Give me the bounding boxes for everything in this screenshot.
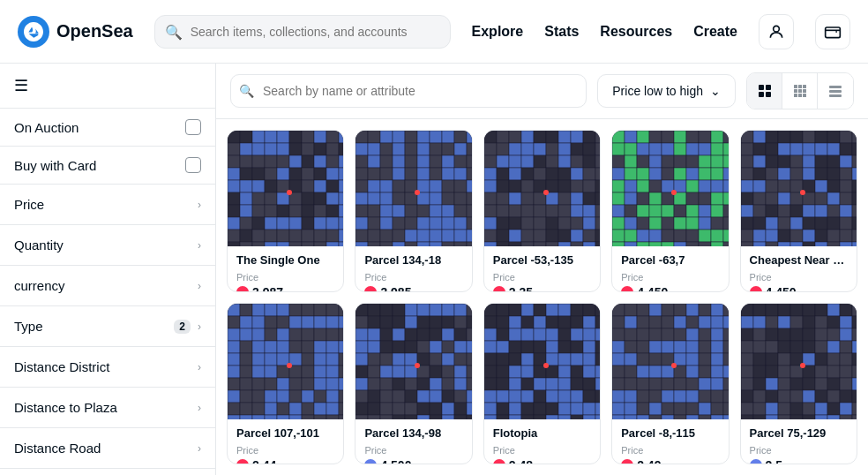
item-card[interactable]: Parcel 75,-129Price2,5 bbox=[740, 303, 857, 465]
svg-rect-828 bbox=[546, 415, 558, 419]
svg-rect-207 bbox=[430, 230, 442, 242]
view-small-grid-button[interactable] bbox=[782, 73, 818, 109]
svg-rect-887 bbox=[637, 366, 649, 378]
svg-rect-708 bbox=[442, 390, 454, 403]
svg-rect-50 bbox=[240, 168, 252, 180]
view-list-button[interactable] bbox=[818, 73, 853, 109]
price-value: 4.500 bbox=[364, 458, 462, 464]
svg-rect-931 bbox=[686, 415, 699, 419]
svg-rect-355 bbox=[612, 168, 625, 180]
svg-rect-681 bbox=[355, 366, 368, 378]
svg-rect-371 bbox=[686, 180, 699, 192]
sidebar-item-distance-plaza[interactable]: Distance to Plaza › bbox=[0, 388, 215, 428]
svg-rect-665 bbox=[405, 341, 417, 353]
navbar-search-input[interactable] bbox=[154, 15, 451, 49]
svg-rect-651 bbox=[355, 328, 368, 341]
svg-rect-172 bbox=[368, 192, 380, 205]
eth-icon bbox=[364, 459, 377, 464]
svg-rect-352 bbox=[699, 155, 711, 168]
sort-dropdown[interactable]: Price low to high ⌄ bbox=[597, 74, 736, 108]
svg-rect-723 bbox=[380, 415, 393, 419]
svg-rect-33 bbox=[277, 143, 289, 155]
sidebar-item-price[interactable]: Price › bbox=[0, 185, 215, 225]
svg-rect-678 bbox=[442, 353, 454, 366]
svg-rect-95 bbox=[302, 217, 314, 230]
navbar-links: Explore Stats Resources Create bbox=[472, 14, 850, 49]
svg-rect-402 bbox=[699, 217, 711, 230]
item-card[interactable]: Parcel 134,-98Price4.500 bbox=[355, 303, 472, 465]
svg-rect-38 bbox=[339, 143, 343, 155]
logo-link[interactable]: OpenSea bbox=[18, 16, 133, 48]
svg-rect-28 bbox=[339, 131, 343, 143]
svg-rect-563 bbox=[277, 341, 289, 353]
svg-rect-776 bbox=[521, 353, 534, 366]
svg-rect-998 bbox=[753, 378, 766, 390]
svg-rect-336 bbox=[625, 143, 637, 155]
item-card[interactable]: Parcel 134,-18Price3,985Ends in 4 days bbox=[355, 130, 472, 292]
wallet-button[interactable] bbox=[815, 14, 850, 49]
item-card[interactable]: Parcel -53,-135Price2,35Last sale: 3.195 bbox=[483, 130, 601, 292]
price-label: Price bbox=[493, 445, 591, 456]
price-value: 2,5 bbox=[750, 458, 848, 464]
nav-stats[interactable]: Stats bbox=[544, 24, 579, 40]
svg-rect-576 bbox=[314, 353, 326, 366]
svg-point-1037 bbox=[800, 363, 805, 368]
type-label: Type bbox=[14, 319, 43, 334]
sidebar-item-distance-district[interactable]: Distance District › bbox=[0, 347, 215, 388]
svg-rect-58 bbox=[339, 168, 343, 180]
svg-rect-748 bbox=[546, 316, 558, 328]
view-large-grid-button[interactable] bbox=[747, 73, 782, 109]
svg-rect-602 bbox=[265, 390, 277, 403]
svg-rect-761 bbox=[583, 328, 595, 341]
sidebar-item-on-auction[interactable]: On Auction bbox=[0, 109, 215, 147]
svg-rect-486 bbox=[852, 192, 857, 205]
sidebar-item-distance-road[interactable]: Distance Road › bbox=[0, 428, 215, 469]
svg-rect-137 bbox=[430, 143, 442, 155]
profile-button[interactable] bbox=[759, 14, 794, 49]
attribute-search-input[interactable] bbox=[230, 74, 587, 108]
svg-rect-279 bbox=[558, 192, 571, 205]
item-card[interactable]: FlotopiaPrice2,48Last sale: 6,400 bbox=[483, 303, 601, 465]
sidebar-item-size[interactable]: Size › bbox=[0, 469, 215, 475]
price-value: 4.450 bbox=[750, 285, 848, 291]
buy-with-card-checkbox[interactable] bbox=[185, 157, 201, 173]
svg-rect-892 bbox=[699, 366, 711, 378]
sidebar-item-type[interactable]: Type 2 › bbox=[0, 306, 215, 347]
filter-header[interactable]: ☰ bbox=[0, 64, 215, 109]
item-card[interactable]: Parcel 107,-101Price2,44Last sale: 2,26 bbox=[227, 303, 344, 465]
sidebar-item-currency[interactable]: currency › bbox=[0, 266, 215, 306]
sort-chevron-icon: ⌄ bbox=[710, 84, 721, 98]
item-card[interactable]: Parcel -8,-115Price2,49Last sale: 3 bbox=[611, 303, 729, 465]
svg-rect-110 bbox=[240, 242, 252, 246]
svg-rect-34 bbox=[289, 143, 302, 155]
item-card[interactable]: The Single OnePrice3,987Ends in 4 days bbox=[227, 130, 344, 292]
sidebar-item-buy-with-card[interactable]: Buy with Card bbox=[0, 147, 215, 185]
svg-rect-872 bbox=[699, 341, 711, 353]
svg-rect-662 bbox=[368, 341, 380, 353]
svg-rect-493 bbox=[815, 205, 827, 217]
on-auction-checkbox[interactable] bbox=[185, 119, 201, 135]
svg-rect-844 bbox=[723, 304, 728, 316]
type-badge: 2 bbox=[174, 320, 191, 334]
nav-resources[interactable]: Resources bbox=[600, 24, 672, 40]
svg-rect-1007 bbox=[741, 390, 753, 403]
svg-rect-303 bbox=[484, 230, 497, 242]
price-value: 2,48 bbox=[493, 458, 591, 464]
svg-rect-983 bbox=[815, 353, 827, 366]
svg-rect-155 bbox=[405, 168, 417, 180]
nav-explore[interactable]: Explore bbox=[472, 24, 524, 40]
svg-rect-967 bbox=[741, 341, 753, 353]
svg-rect-161 bbox=[355, 180, 368, 192]
svg-point-935 bbox=[671, 363, 677, 368]
sidebar-item-quantity[interactable]: Quantity › bbox=[0, 225, 215, 266]
svg-rect-286 bbox=[521, 205, 534, 217]
svg-rect-104 bbox=[289, 230, 302, 242]
svg-rect-212 bbox=[368, 242, 380, 246]
svg-rect-641 bbox=[355, 316, 368, 328]
nav-create[interactable]: Create bbox=[693, 24, 737, 40]
price-label: Price bbox=[236, 272, 334, 283]
svg-rect-499 bbox=[766, 217, 778, 230]
item-card[interactable]: Parcel -63,7Price4.450Ends in 5 days bbox=[611, 130, 729, 292]
item-card[interactable]: Cheapest Near Fashion D...Price4.450Last… bbox=[740, 130, 857, 292]
svg-rect-972 bbox=[803, 341, 815, 353]
